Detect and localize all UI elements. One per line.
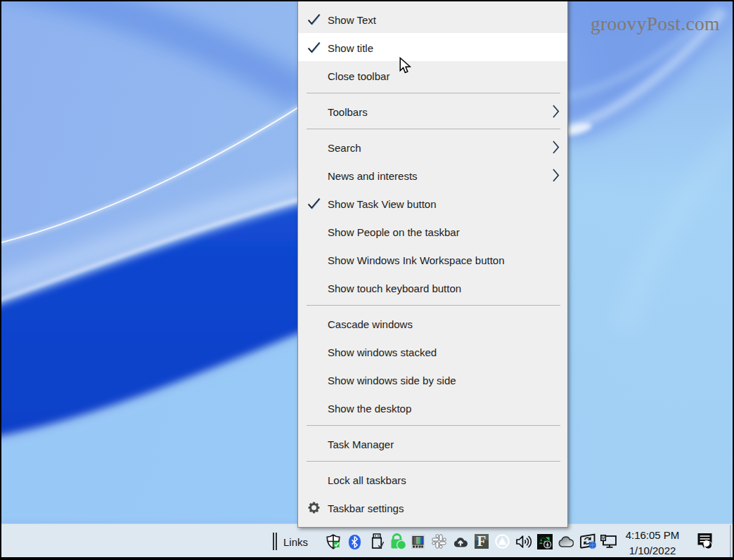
svg-text:F: F (477, 534, 487, 549)
